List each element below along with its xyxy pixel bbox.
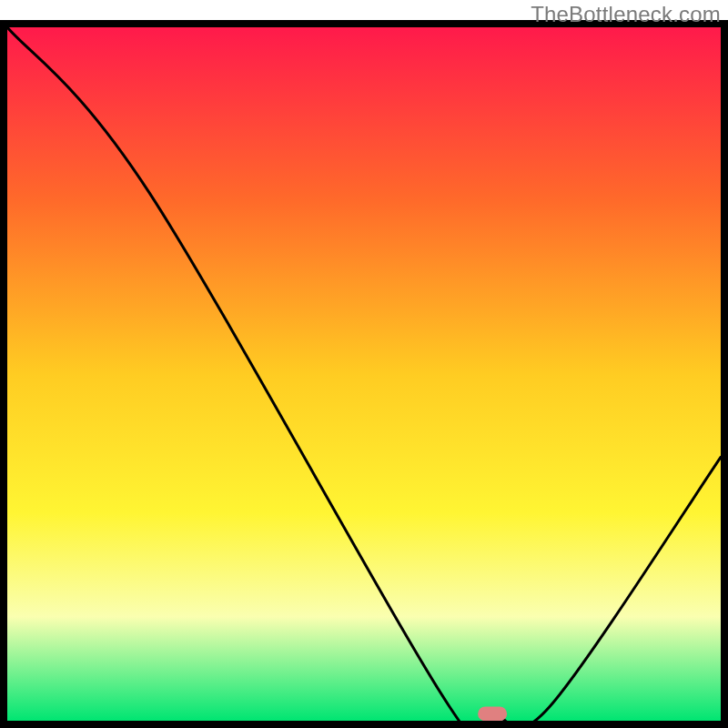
highlight-marker	[478, 706, 507, 721]
bottleneck-chart	[0, 0, 728, 728]
watermark-text: TheBottleneck.com	[531, 2, 721, 27]
chart-container: TheBottleneck.com	[0, 0, 728, 728]
